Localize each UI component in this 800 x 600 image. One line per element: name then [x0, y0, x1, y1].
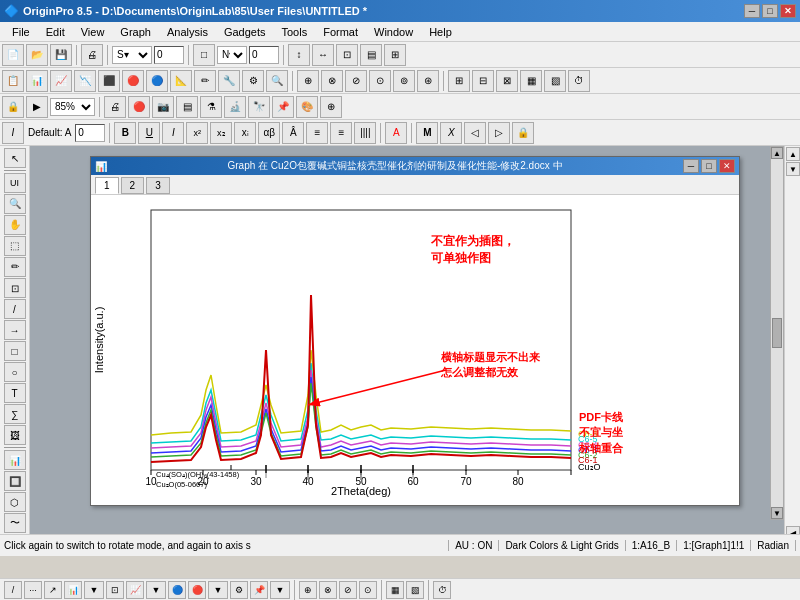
bottom-btn-18[interactable]: ⊙	[359, 581, 377, 599]
tb2-14[interactable]: ⊗	[321, 70, 343, 92]
tool-b[interactable]: ↔	[312, 44, 334, 66]
tb2-17[interactable]: ⊚	[393, 70, 415, 92]
tb3-9[interactable]: 🔭	[248, 96, 270, 118]
bottom-btn-14[interactable]: ▼	[270, 581, 290, 599]
print-button[interactable]: 🖨	[81, 44, 103, 66]
bottom-btn-8[interactable]: ▼	[146, 581, 166, 599]
menu-view[interactable]: View	[73, 24, 113, 40]
graph-controls[interactable]: ─ □ ✕	[683, 159, 735, 173]
align-left-btn[interactable]: ≡	[306, 122, 328, 144]
menu-gadgets[interactable]: Gadgets	[216, 24, 274, 40]
menu-file[interactable]: File	[4, 24, 38, 40]
graph-tab-2[interactable]: 2	[121, 177, 145, 194]
bottom-btn-13[interactable]: 📌	[250, 581, 268, 599]
font-size-input[interactable]	[75, 124, 105, 142]
tb3-7[interactable]: ⚗	[200, 96, 222, 118]
maximize-button[interactable]: □	[762, 4, 778, 18]
bottom-btn-20[interactable]: ▧	[406, 581, 424, 599]
fill-select[interactable]: N▾	[217, 46, 247, 64]
tb2-9[interactable]: ✏	[194, 70, 216, 92]
alpha-btn[interactable]: αβ	[258, 122, 280, 144]
format-x[interactable]: X	[440, 122, 462, 144]
save-button[interactable]: 💾	[50, 44, 72, 66]
tb2-15[interactable]: ⊘	[345, 70, 367, 92]
tool-d[interactable]: ▤	[360, 44, 382, 66]
new-button[interactable]: 📄	[2, 44, 24, 66]
close-button[interactable]: ✕	[780, 4, 796, 18]
ticks-btn[interactable]: ||||	[354, 122, 376, 144]
format-a-btn[interactable]: Â	[282, 122, 304, 144]
bottom-btn-19[interactable]: ▦	[386, 581, 404, 599]
rect-button[interactable]: □	[193, 44, 215, 66]
bottom-btn-16[interactable]: ⊗	[319, 581, 337, 599]
menu-analysis[interactable]: Analysis	[159, 24, 216, 40]
region-tool[interactable]: ⊡	[4, 278, 26, 298]
bottom-btn-21[interactable]: ⏱	[433, 581, 451, 599]
select-tool[interactable]: ⬚	[4, 236, 26, 256]
bottom-btn-15[interactable]: ⊕	[299, 581, 317, 599]
right-btn-2[interactable]: ▼	[786, 162, 800, 176]
superscript-btn[interactable]: x²	[186, 122, 208, 144]
tb2-4[interactable]: 📉	[74, 70, 96, 92]
format-right[interactable]: ▷	[488, 122, 510, 144]
bold-btn[interactable]: B	[114, 122, 136, 144]
menu-window[interactable]: Window	[366, 24, 421, 40]
format-m[interactable]: M	[416, 122, 438, 144]
align-center-btn[interactable]: ≡	[330, 122, 352, 144]
bottom-btn-10[interactable]: 🔴	[188, 581, 206, 599]
scroll-down-btn[interactable]: ▼	[771, 507, 783, 519]
value-input-1[interactable]	[154, 46, 184, 64]
tb2-12[interactable]: 🔍	[266, 70, 288, 92]
zoom-select[interactable]: 85%	[50, 98, 95, 116]
arrow-draw-tool[interactable]: →	[4, 320, 26, 340]
image-tool[interactable]: 🖼	[4, 425, 26, 445]
underline-btn[interactable]: U	[138, 122, 160, 144]
tool-a[interactable]: ↕	[288, 44, 310, 66]
tb2-21[interactable]: ⊠	[496, 70, 518, 92]
tool-e[interactable]: ⊞	[384, 44, 406, 66]
menu-graph[interactable]: Graph	[112, 24, 159, 40]
polygon-tool[interactable]: ⬡	[4, 492, 26, 512]
tb2-1[interactable]: 📋	[2, 70, 24, 92]
content-area[interactable]: 📊 Graph 在 Cu2O包覆碱式铜盐核壳型催化剂的研制及催化性能-修改2.d…	[30, 146, 784, 556]
menu-edit[interactable]: Edit	[38, 24, 73, 40]
tb3-12[interactable]: ⊕	[320, 96, 342, 118]
graph-tab-3[interactable]: 3	[146, 177, 170, 194]
tb3-5[interactable]: 📷	[152, 96, 174, 118]
text-tool[interactable]: UI	[4, 173, 26, 193]
tb2-5[interactable]: ⬛	[98, 70, 120, 92]
menu-format[interactable]: Format	[315, 24, 366, 40]
tb2-7[interactable]: 🔵	[146, 70, 168, 92]
format-lock[interactable]: 🔒	[512, 122, 534, 144]
ellipse-tool[interactable]: ○	[4, 362, 26, 382]
italic-btn2[interactable]: I	[162, 122, 184, 144]
title-bar-controls[interactable]: ─ □ ✕	[744, 4, 796, 18]
tb2-10[interactable]: 🔧	[218, 70, 240, 92]
right-btn-1[interactable]: ▲	[786, 147, 800, 161]
italic-btn[interactable]: I	[2, 122, 24, 144]
minimize-button[interactable]: ─	[744, 4, 760, 18]
tb2-3[interactable]: 📈	[50, 70, 72, 92]
bottom-btn-7[interactable]: 📈	[126, 581, 144, 599]
draw-tool[interactable]: ✏	[4, 257, 26, 277]
bottom-btn-11[interactable]: ▼	[208, 581, 228, 599]
bottom-btn-6[interactable]: ⊡	[106, 581, 124, 599]
tb3-8[interactable]: 🔬	[224, 96, 246, 118]
scroll-up-btn[interactable]: ▲	[771, 147, 783, 159]
tool-c[interactable]: ⊡	[336, 44, 358, 66]
graph-max-btn[interactable]: □	[701, 159, 717, 173]
bottom-btn-4[interactable]: 📊	[64, 581, 82, 599]
tb3-3[interactable]: 🖨	[104, 96, 126, 118]
bottom-btn-17[interactable]: ⊘	[339, 581, 357, 599]
special-char-btn[interactable]: xᵢ	[234, 122, 256, 144]
mask-tool[interactable]: 🔲	[4, 471, 26, 491]
arrow-tool[interactable]: ↖	[4, 148, 26, 168]
menu-help[interactable]: Help	[421, 24, 460, 40]
rect-tool[interactable]: □	[4, 341, 26, 361]
tb2-24[interactable]: ⏱	[568, 70, 590, 92]
text-label-tool[interactable]: T	[4, 383, 26, 403]
vertical-scrollbar[interactable]: ▲ ▼	[770, 146, 784, 520]
bottom-btn-3[interactable]: ↗	[44, 581, 62, 599]
tb2-20[interactable]: ⊟	[472, 70, 494, 92]
pan-tool[interactable]: ✋	[4, 215, 26, 235]
